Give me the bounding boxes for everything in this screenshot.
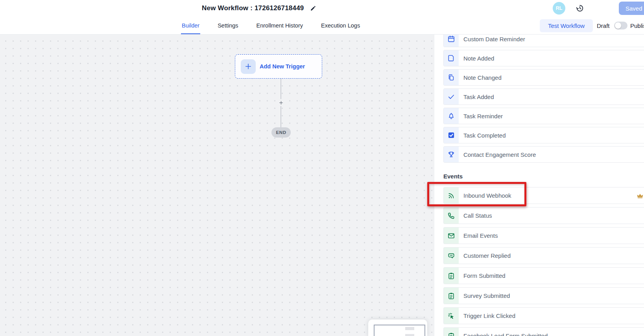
publish-toggle-knob — [615, 22, 621, 29]
trigger-item-email-events[interactable]: Email Events — [443, 227, 644, 244]
trigger-item-survey-submitted[interactable]: Survey Submitted — [443, 287, 644, 304]
trigger-item-label: Contact Engagement Score — [463, 151, 536, 158]
tab-settings[interactable]: Settings — [218, 17, 238, 34]
trigger-item-label: Facebook Lead Form Submitted — [463, 332, 548, 336]
trigger-item-label: Survey Submitted — [463, 292, 510, 299]
crown-icon — [637, 192, 644, 199]
publish-toggle[interactable] — [614, 22, 627, 29]
bell-icon — [447, 112, 455, 120]
task-completed-icon-cell — [444, 127, 459, 143]
trigger-item-facebook-lead-form-submitted[interactable]: Facebook Lead Form Submitted — [443, 327, 644, 336]
note-changed-icon-cell — [444, 70, 459, 85]
minimap[interactable] — [368, 319, 427, 336]
minimap-bar — [405, 334, 414, 336]
calendar-icon-cell — [444, 35, 459, 47]
trigger-item-label: Trigger Link Clicked — [463, 312, 515, 319]
trigger-item-label: Call Status — [463, 212, 492, 219]
clipboard-icon — [447, 292, 455, 300]
plus-icon — [279, 100, 284, 105]
trigger-item-custom-date-reminder[interactable]: Custom Date Reminder — [443, 35, 644, 47]
task-completed-icon — [447, 131, 455, 139]
trophy-icon — [447, 151, 455, 158]
trigger-item-label: Form Submitted — [463, 272, 506, 279]
bell-icon-cell — [444, 108, 459, 124]
trigger-item-task-completed[interactable]: Task Completed — [443, 127, 644, 143]
chat-icon — [447, 252, 455, 260]
add-new-trigger-button[interactable]: Add New Trigger — [235, 54, 322, 79]
plus-icon-wrap — [241, 59, 256, 74]
trigger-item-note-changed[interactable]: Note Changed — [443, 69, 644, 86]
clipboard-icon-cell — [444, 268, 459, 284]
minimap-bar — [405, 327, 414, 330]
trigger-item-call-status[interactable]: Call Status — [443, 207, 644, 224]
note-icon — [447, 54, 455, 62]
add-new-trigger-label: Add New Trigger — [260, 63, 305, 70]
clipboard-icon — [447, 272, 455, 280]
workflow-canvas[interactable]: Add New Trigger END — [0, 35, 434, 336]
trigger-item-customer-replied[interactable]: Customer Replied — [443, 247, 644, 264]
workflow-title-wrap: New Workflow : 1726126718449 — [202, 0, 316, 17]
chat-icon-cell — [444, 248, 459, 264]
clipboard-icon-cell — [444, 288, 459, 304]
trigger-item-inbound-webhook[interactable]: Inbound Webhook — [443, 187, 644, 204]
trophy-icon-cell — [444, 147, 459, 162]
trigger-item-form-submitted[interactable]: Form Submitted — [443, 267, 644, 284]
saved-button[interactable]: Saved — [619, 2, 644, 15]
tab-builder[interactable]: Builder — [182, 17, 199, 34]
trigger-item-contact-engagement-score[interactable]: Contact Engagement Score — [443, 146, 644, 163]
trigger-item-label: Customer Replied — [463, 252, 511, 259]
end-node: END — [271, 127, 291, 138]
trigger-list: Custom Date ReminderNote AddedNote Chang… — [443, 35, 644, 336]
check-icon — [447, 93, 455, 101]
trigger-item-trigger-link-clicked[interactable]: Trigger Link Clicked — [443, 307, 644, 324]
avatar[interactable]: RL — [553, 2, 565, 15]
plus-icon — [244, 62, 252, 70]
webhook-icon-cell — [444, 187, 459, 204]
webhook-icon — [447, 192, 455, 200]
page-title: New Workflow : 1726126718449 — [202, 4, 304, 12]
draft-label: Draft — [597, 17, 610, 35]
edit-title-icon[interactable] — [310, 5, 316, 11]
trigger-item-label: Custom Date Reminder — [463, 36, 525, 42]
trigger-item-label: Task Added — [463, 94, 494, 100]
envelope-icon-cell — [444, 228, 459, 244]
trigger-item-label: Email Events — [463, 232, 498, 239]
trigger-item-note-added[interactable]: Note Added — [443, 50, 644, 66]
app-header: New Workflow : 1726126718449 RL Saved — [0, 0, 644, 17]
note-icon-cell — [444, 50, 459, 66]
envelope-icon — [447, 232, 455, 240]
note-changed-icon — [447, 73, 455, 81]
trigger-item-label: Task Completed — [463, 132, 506, 139]
trigger-item-label: Note Added — [463, 55, 494, 62]
trigger-item-label: Inbound Webhook — [463, 192, 511, 199]
trigger-item-task-added[interactable]: Task Added — [443, 88, 644, 105]
phone-icon — [447, 212, 455, 220]
add-step-button[interactable] — [277, 99, 284, 106]
publish-label: Publish — [630, 17, 644, 35]
tab-enrollment-history[interactable]: Enrollment History — [256, 17, 303, 34]
clipboard-icon-cell — [444, 328, 459, 336]
trigger-item-label: Note Changed — [463, 74, 502, 81]
tab-execution-logs[interactable]: Execution Logs — [321, 17, 360, 34]
check-icon-cell — [444, 89, 459, 105]
test-workflow-button[interactable]: Test Workflow — [540, 19, 593, 32]
phone-icon-cell — [444, 207, 459, 224]
events-section-header: Events — [443, 173, 644, 180]
version-history-icon[interactable] — [576, 4, 584, 13]
calendar-icon — [447, 35, 455, 43]
tabs: Builder Settings Enrollment History Exec… — [182, 17, 360, 34]
tab-bar: Builder Settings Enrollment History Exec… — [0, 17, 644, 35]
clipboard-icon — [447, 332, 455, 336]
minimap-viewport — [374, 325, 425, 336]
trigger-sidebar: Custom Date ReminderNote AddedNote Chang… — [434, 35, 644, 336]
trigger-item-task-reminder[interactable]: Task Reminder — [443, 108, 644, 124]
trigger-item-label: Task Reminder — [463, 113, 503, 119]
cursor-click-icon — [447, 312, 455, 320]
cursor-click-icon-cell — [444, 308, 459, 324]
